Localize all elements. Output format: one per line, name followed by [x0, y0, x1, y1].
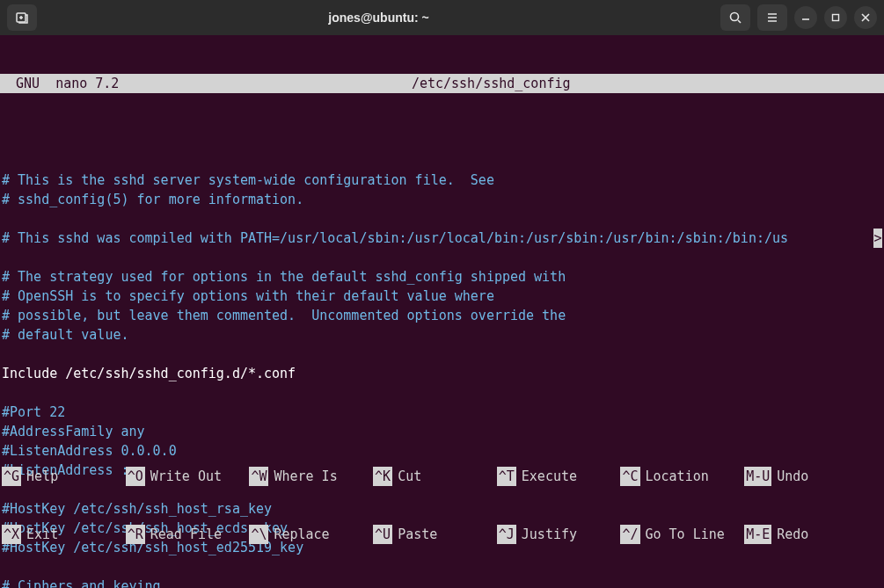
shortcut-key: ^/: [620, 525, 639, 544]
shortcut-item: ^JJustify: [495, 525, 619, 544]
shortcut-key: M-U: [744, 467, 771, 486]
shortcut-item: ^\Replace: [247, 525, 371, 544]
shortcut-label: Justify: [522, 525, 577, 544]
shortcut-label: Paste: [398, 525, 437, 544]
search-button[interactable]: [720, 4, 750, 31]
editor-line: # sshd_config(5) for more information.: [2, 190, 882, 209]
shortcut-label: Where Is: [274, 467, 337, 486]
editor-line: # possible, but leave them commented. Un…: [2, 306, 882, 325]
shortcut-item: ^XExit: [0, 525, 124, 544]
shortcut-item: ^OWrite Out: [124, 467, 248, 486]
shortcut-label: Exit: [26, 525, 58, 544]
svg-point-1: [731, 13, 739, 21]
close-button[interactable]: [854, 6, 877, 29]
shortcut-key: ^J: [497, 525, 516, 544]
shortcut-key: ^K: [373, 467, 392, 486]
shortcut-label: Write Out: [150, 467, 222, 486]
shortcut-label: Replace: [274, 525, 329, 544]
shortcut-key: ^X: [2, 525, 21, 544]
editor-line: [2, 248, 882, 267]
shortcut-key: ^C: [620, 467, 639, 486]
nano-app-name: GNU nano 7.2: [4, 74, 119, 93]
shortcut-key: M-E: [744, 525, 771, 544]
editor-line: Include /etc/ssh/sshd_config.d/*.conf: [2, 364, 882, 383]
shortcut-row-1: ^GHelp^OWrite Out^WWhere Is^KCut^TExecut…: [0, 467, 884, 486]
shortcut-item: M-UUndo: [742, 467, 884, 486]
nano-header: GNU nano 7.2 /etc/ssh/sshd_config: [0, 74, 884, 93]
shortcut-item: ^/Go To Line: [618, 525, 742, 544]
editor-line: # default value.: [2, 325, 882, 345]
line-overflow-indicator: >: [873, 229, 882, 248]
shortcut-label: Redo: [777, 525, 808, 544]
shortcut-item: M-ERedo: [742, 525, 884, 544]
maximize-button[interactable]: [824, 6, 847, 29]
terminal-area[interactable]: GNU nano 7.2 /etc/ssh/sshd_config # This…: [0, 35, 884, 588]
shortcut-label: Help: [26, 467, 58, 486]
editor-line: # This is the sshd server system-wide co…: [2, 171, 882, 190]
shortcut-label: Go To Line: [646, 525, 725, 544]
shortcut-item: ^TExecute: [495, 467, 619, 486]
shortcut-key: ^W: [249, 467, 268, 486]
shortcut-key: ^U: [373, 525, 392, 544]
window-titlebar: jones@ubuntu: ~: [0, 0, 884, 35]
editor-line: #Port 22: [2, 403, 882, 422]
editor-line: # OpenSSH is to specify options with the…: [2, 287, 882, 306]
shortcut-item: ^GHelp: [0, 467, 124, 486]
editor-line: # The strategy used for options in the d…: [2, 267, 882, 287]
titlebar-right: [720, 4, 877, 31]
shortcut-key: ^G: [2, 467, 21, 486]
shortcut-label: Undo: [777, 467, 808, 486]
minimize-button[interactable]: [794, 6, 817, 29]
shortcut-item: ^CLocation: [618, 467, 742, 486]
shortcut-item: ^KCut: [371, 467, 495, 486]
shortcut-item: ^WWhere Is: [247, 467, 371, 486]
editor-line: [2, 383, 882, 403]
new-tab-button[interactable]: [7, 4, 37, 31]
shortcut-key: ^O: [126, 467, 145, 486]
shortcut-key: ^T: [497, 467, 516, 486]
shortcut-label: Cut: [398, 467, 421, 486]
editor-line: # This sshd was compiled with PATH=/usr/…: [2, 229, 882, 248]
shortcut-item: ^RRead File: [124, 525, 248, 544]
shortcut-row-2: ^XExit^RRead File^\Replace^UPaste^JJusti…: [0, 525, 884, 544]
nano-filename: /etc/ssh/sshd_config: [119, 74, 863, 93]
editor-line: [2, 345, 882, 364]
titlebar-left: [7, 4, 37, 31]
menu-button[interactable]: [757, 4, 787, 31]
shortcut-item: ^UPaste: [371, 525, 495, 544]
window-title: jones@ubuntu: ~: [44, 11, 713, 25]
shortcut-key: ^R: [126, 525, 145, 544]
shortcut-key: ^\: [249, 525, 268, 544]
shortcut-label: Location: [646, 467, 709, 486]
nano-shortcut-bar: ^GHelp^OWrite Out^WWhere Is^KCut^TExecut…: [0, 428, 884, 583]
svg-rect-2: [833, 15, 839, 21]
editor-line: [2, 151, 882, 171]
editor-line: [2, 209, 882, 229]
shortcut-label: Execute: [522, 467, 577, 486]
shortcut-label: Read File: [150, 525, 222, 544]
